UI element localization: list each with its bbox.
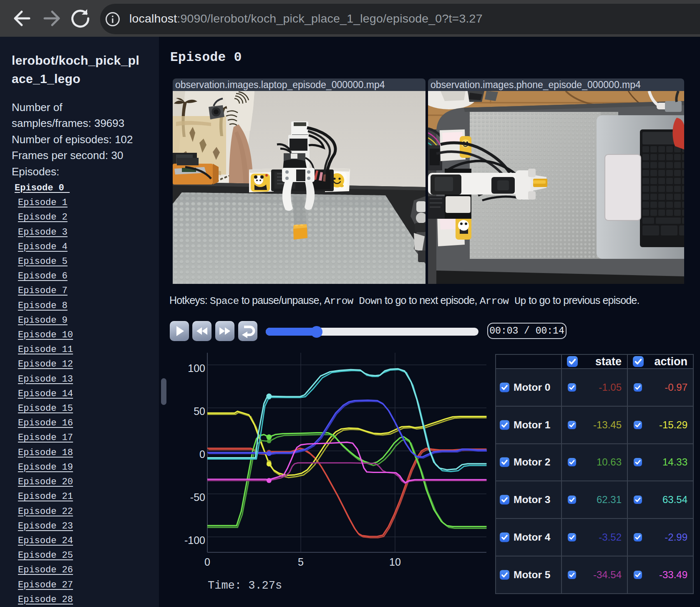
svg-text:50: 50 (194, 405, 205, 417)
svg-text:0: 0 (199, 448, 205, 460)
svg-text:-100: -100 (184, 534, 205, 546)
svg-text:0: 0 (204, 556, 210, 568)
svg-text:5: 5 (298, 556, 304, 568)
svg-text:10: 10 (389, 556, 401, 568)
svg-text:-50: -50 (190, 491, 205, 503)
svg-text:100: 100 (188, 362, 205, 374)
